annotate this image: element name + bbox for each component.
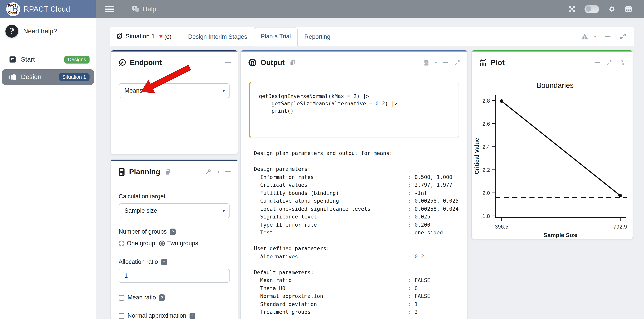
collapse-icon[interactable]	[225, 62, 230, 63]
svg-text:?: ?	[134, 6, 135, 9]
calculator-icon	[118, 168, 126, 176]
sidebar-brand-header: R PACT Cloud RPACT Cloud	[0, 0, 96, 18]
plot-title: Plot	[491, 58, 505, 67]
output-body: getDesignInverseNormal(kMax = 2) |> getS…	[241, 74, 468, 319]
chat-question-icon: ?	[132, 5, 140, 13]
bullseye-arrow-icon	[118, 58, 126, 67]
expand-diagonal-icon[interactable]	[606, 59, 612, 66]
svg-text:2.2: 2.2	[482, 167, 490, 173]
groups-radio-row: One group Two groups	[118, 240, 230, 247]
favorites-count: (0)	[164, 33, 172, 40]
topbar: ? Help	[96, 0, 644, 18]
planning-header: Planning ▾	[111, 161, 238, 183]
calculation-target-select[interactable]: Sample size ▾	[118, 203, 230, 218]
r-output-text: Design plan parameters and output for me…	[249, 149, 459, 316]
minimize-icon[interactable]	[605, 36, 610, 37]
planning-body: Calculation target Sample size ▾ Number …	[111, 183, 238, 319]
svg-text:Boundaries: Boundaries	[536, 81, 574, 89]
endpoint-body: Means ▾	[111, 74, 238, 106]
situation-group: Ø Situation 1 ♥ (0)	[110, 32, 171, 41]
dark-mode-toggle[interactable]	[584, 5, 599, 13]
collapse-icon[interactable]	[594, 62, 600, 63]
r-code-text: getDesignInverseNormal(kMax = 2) |> getS…	[259, 93, 455, 115]
r-logo-icon: R	[248, 58, 257, 67]
expand-diagonal-icon[interactable]	[454, 59, 460, 66]
help-label: Help	[143, 5, 156, 13]
warning-triangle-icon[interactable]	[581, 33, 588, 40]
caret-down-icon[interactable]: ▾	[594, 34, 596, 38]
chart-icon	[479, 58, 487, 67]
help-question-badge[interactable]: ?	[189, 313, 195, 319]
planning-panel: Planning ▾ Calculation target Sample siz…	[110, 159, 238, 319]
plot-body: Boundaries1.82.02.22.42.62.8396.5792.9Cr…	[472, 74, 632, 239]
allocation-ratio-input[interactable]	[118, 269, 230, 283]
designs-badge: Designs	[64, 56, 90, 63]
allocation-ratio-label: Allocation ratio ?	[118, 258, 230, 265]
tab-plan-a-trial[interactable]: Plan a Trial	[254, 27, 298, 46]
fullscreen-arrows-icon[interactable]	[568, 5, 576, 13]
help-button[interactable]: ? Help	[132, 5, 156, 13]
collapse-icon[interactable]	[225, 171, 230, 172]
heart-icon[interactable]: ♥	[159, 33, 163, 40]
copy-icon[interactable]	[165, 168, 171, 175]
brand-title: RPACT Cloud	[24, 5, 70, 13]
plot-settings-gears-icon[interactable]	[618, 59, 626, 66]
columns-icon	[8, 73, 17, 81]
endpoint-title: Endpoint	[130, 58, 162, 67]
sidebar-item-label: Design	[21, 73, 42, 81]
sidebar-item-design[interactable]: Design Situation 1	[2, 69, 94, 85]
settings-gear-icon[interactable]	[608, 5, 616, 13]
situation-title: Situation 1	[126, 33, 155, 40]
need-help-link[interactable]: ? Need help?	[0, 18, 96, 44]
strip-actions: ▾	[581, 33, 634, 40]
boundaries-chart: Boundaries1.82.02.22.42.62.8396.5792.9Cr…	[472, 74, 632, 239]
tab-design-interim-stages[interactable]: Design Interim Stages	[182, 27, 254, 45]
expand-diagonal-icon[interactable]	[620, 33, 626, 40]
mean-ratio-checkbox[interactable]	[118, 295, 124, 301]
help-question-badge[interactable]: ?	[159, 294, 165, 301]
normal-approximation-checkbox[interactable]	[118, 313, 124, 319]
radio-one-group[interactable]	[118, 240, 124, 246]
svg-text:R: R	[250, 60, 254, 66]
number-of-groups-label: Number of groups ?	[118, 228, 230, 235]
svg-text:396.5: 396.5	[495, 224, 508, 230]
allocation-ratio-text: Allocation ratio	[118, 258, 158, 265]
hamburger-menu-icon[interactable]	[105, 4, 114, 14]
planning-title: Planning	[129, 168, 160, 176]
file-export-icon[interactable]	[422, 59, 429, 66]
radio-two-groups-label: Two groups	[167, 240, 198, 247]
output-header: R Output ▾	[241, 51, 468, 74]
grid-table-icon[interactable]	[624, 5, 632, 13]
copy-icon[interactable]	[289, 59, 296, 66]
calculation-target-value: Sample size	[124, 207, 157, 214]
wrench-icon[interactable]	[205, 169, 212, 175]
svg-text:Critical Value: Critical Value	[474, 138, 480, 174]
svg-text:2.0: 2.0	[482, 190, 490, 196]
calculation-target-label: Calculation target	[118, 193, 230, 200]
svg-text:Sample Size: Sample Size	[544, 232, 577, 238]
help-question-badge[interactable]: ?	[170, 228, 176, 235]
mean-ratio-row: Mean ratio ?	[118, 294, 230, 301]
radio-two-groups[interactable]	[159, 240, 165, 246]
normal-approximation-label: Normal approximation	[128, 312, 186, 319]
r-code-block: getDesignInverseNormal(kMax = 2) |> getS…	[249, 82, 459, 138]
collapse-icon[interactable]	[443, 62, 448, 63]
caret-down-icon[interactable]: ▾	[435, 60, 437, 65]
sidebar-item-start[interactable]: Start Designs	[2, 53, 94, 66]
toggle-knob	[586, 6, 591, 11]
endpoint-header: Endpoint	[111, 51, 238, 74]
situation-badge: Situation 1	[59, 73, 90, 81]
svg-text:2.4: 2.4	[482, 144, 490, 150]
normal-approximation-row: Normal approximation ?	[118, 312, 230, 319]
need-help-label: Need help?	[23, 27, 57, 35]
rpact-cloud-app: R PACT Cloud RPACT Cloud ? Need help? St…	[0, 0, 644, 319]
sidebar: R PACT Cloud RPACT Cloud ? Need help? St…	[0, 0, 96, 319]
mean-ratio-label: Mean ratio	[128, 294, 156, 301]
tab-reporting[interactable]: Reporting	[298, 27, 337, 45]
help-question-badge[interactable]: ?	[161, 259, 167, 265]
output-title: Output	[260, 58, 285, 67]
endpoint-panel: Endpoint Means ▾	[110, 50, 238, 155]
endpoint-select[interactable]: Means ▾	[118, 83, 230, 98]
caret-down-icon[interactable]: ▾	[218, 170, 220, 174]
svg-text:1.8: 1.8	[482, 213, 490, 219]
